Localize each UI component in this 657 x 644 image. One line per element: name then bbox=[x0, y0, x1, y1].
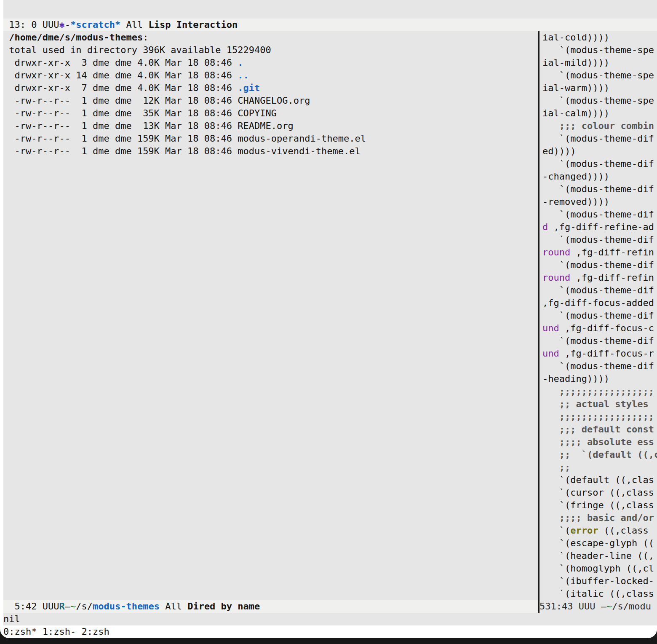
dired-line[interactable]: drwxr-xr-x 14 dme dme 4.0K Mar 18 08:46 … bbox=[3, 69, 538, 82]
code-line[interactable]: ,fg-diff-focus-added bbox=[542, 297, 657, 309]
code-line[interactable]: `(ibuffer-locked- bbox=[542, 575, 657, 588]
code-line[interactable]: `(modus-theme-dif bbox=[542, 233, 657, 246]
code-line[interactable]: ed)))) bbox=[542, 145, 657, 158]
text-segment: ,fg-diff-refin bbox=[570, 247, 654, 258]
text-segment: - bbox=[65, 19, 70, 30]
dired-line[interactable]: -rw-r--r-- 1 dme dme 13K Mar 18 08:46 RE… bbox=[3, 120, 538, 132]
text-segment: ,fg-diff-focus-added bbox=[542, 298, 654, 308]
dired-filename[interactable]: . bbox=[238, 57, 243, 68]
code-line[interactable]: d ,fg-diff-refine-ad bbox=[542, 221, 657, 233]
elisp-modeline[interactable]: 531:43 UUU —~/s/modu bbox=[539, 600, 657, 613]
text-segment: ed)))) bbox=[542, 146, 576, 156]
text-segment: ial-calm)))) bbox=[542, 108, 609, 118]
code-line[interactable]: -removed)))) bbox=[542, 196, 657, 208]
dired-line[interactable]: -rw-r--r-- 1 dme dme 35K Mar 18 08:46 CO… bbox=[3, 107, 538, 120]
dired-line[interactable]: drwxr-xr-x 7 dme dme 4.0K Mar 18 08:46 .… bbox=[3, 82, 538, 94]
dired-filename[interactable]: COPYING bbox=[238, 108, 277, 118]
code-line[interactable]: `(cursor ((,class bbox=[542, 486, 657, 499]
dired-filename[interactable]: .. bbox=[238, 70, 249, 80]
code-line[interactable]: `(modus-theme-spe bbox=[542, 44, 657, 56]
text-segment: ;;;; basic and/or bbox=[542, 513, 654, 523]
text-segment: ;;;;;;;;;;;;;;;;; bbox=[542, 386, 654, 397]
code-line[interactable]: -heading)))) bbox=[542, 373, 657, 385]
code-line[interactable]: `(fringe ((,class bbox=[542, 499, 657, 512]
code-line[interactable]: ial-cold)))) bbox=[542, 31, 657, 44]
dired-line[interactable]: -rw-r--r-- 1 dme dme 12K Mar 18 08:46 CH… bbox=[3, 94, 538, 107]
text-segment: ;;; colour combin bbox=[542, 121, 654, 131]
buffer-name[interactable]: modus-themes bbox=[93, 601, 160, 612]
dired-line[interactable]: total used in directory 396K available 1… bbox=[3, 44, 538, 56]
dired-filename[interactable]: README.org bbox=[238, 121, 293, 131]
tmux-status-bar[interactable]: 0:zsh* 1:zsh- 2:zsh bbox=[3, 625, 657, 638]
code-line[interactable]: `(modus-theme-dif bbox=[542, 284, 657, 297]
dired-line[interactable]: -rw-r--r-- 1 dme dme 159K Mar 18 08:46 m… bbox=[3, 132, 538, 145]
code-line[interactable]: ;;; default const bbox=[542, 423, 657, 436]
code-line[interactable]: `(modus-theme-dif bbox=[542, 360, 657, 373]
code-line[interactable]: ;;;;;;;;;;;;;;;;; bbox=[542, 385, 657, 398]
code-line[interactable]: `(modus-theme-spe bbox=[542, 69, 657, 82]
code-line[interactable]: `(escape-glyph (( bbox=[542, 537, 657, 550]
dired-buffer[interactable]: /home/dme/s/modus-themes: total used in … bbox=[3, 31, 538, 600]
buffer-name[interactable]: *scratch* bbox=[70, 19, 120, 30]
dired-modeline[interactable]: 5:42 UUUR—~/s/modus-themes All Dired by … bbox=[3, 600, 538, 613]
code-line[interactable]: round ,fg-diff-refin bbox=[542, 271, 657, 284]
code-line[interactable]: ial-mild)))) bbox=[542, 56, 657, 69]
elisp-buffer[interactable]: ial-cold)))) `(modus-theme-speial-mild))… bbox=[539, 31, 657, 600]
code-line[interactable]: ;;;;;;;;;;;;;;;;; bbox=[542, 411, 657, 423]
code-line[interactable]: -changed)))) bbox=[542, 170, 657, 183]
dired-line[interactable]: /home/dme/s/modus-themes: bbox=[3, 31, 538, 44]
dired-filename[interactable]: modus-operandi-theme.el bbox=[238, 133, 366, 144]
code-line[interactable]: ;;; colour combin bbox=[542, 120, 657, 132]
text-segment: ,fg-diff-refin bbox=[570, 272, 654, 283]
code-line[interactable]: und ,fg-diff-focus-c bbox=[542, 322, 657, 335]
buffer-name[interactable]: /s/modu bbox=[612, 601, 651, 612]
code-line[interactable]: ;;;; basic and/or bbox=[542, 512, 657, 524]
major-mode-name: Lisp Interaction bbox=[148, 19, 238, 30]
home-abbrev: ~ bbox=[70, 601, 76, 612]
code-line[interactable]: `(modus-theme-dif bbox=[542, 309, 657, 322]
text-segment: ,fg-diff-focus-c bbox=[559, 323, 654, 333]
code-line[interactable]: `(error ((,class bbox=[542, 524, 657, 537]
scratch-window-content[interactable] bbox=[3, 0, 657, 19]
text-segment: 5:42 UUU bbox=[3, 601, 59, 612]
dired-filename[interactable]: CHANGELOG.org bbox=[238, 95, 310, 106]
code-line[interactable]: `(modus-theme-dif bbox=[542, 183, 657, 196]
text-segment: `(modus-theme-dif bbox=[542, 335, 654, 346]
code-line[interactable]: `(modus-theme-dif bbox=[542, 132, 657, 145]
text-segment: `(modus-theme-dif bbox=[542, 234, 654, 245]
major-mode-name: Dired by name bbox=[187, 601, 260, 612]
code-line[interactable]: `(modus-theme-dif bbox=[542, 335, 657, 347]
text-segment: All bbox=[160, 601, 187, 612]
code-line[interactable]: ;; `(default ((,c bbox=[542, 448, 657, 461]
scratch-modeline[interactable]: 13: 0 UUU✱-*scratch* All Lisp Interactio… bbox=[3, 19, 657, 31]
dired-line[interactable]: drwxr-xr-x 3 dme dme 4.0K Mar 18 08:46 . bbox=[3, 56, 538, 69]
face-name-error: error bbox=[570, 525, 598, 536]
code-line[interactable]: `(italic ((,class bbox=[542, 588, 657, 600]
code-line[interactable]: `(header-line ((, bbox=[542, 550, 657, 562]
code-line[interactable]: ;; bbox=[542, 461, 657, 474]
code-line[interactable]: `(modus-theme-dif bbox=[542, 208, 657, 221]
code-line[interactable]: ial-warm)))) bbox=[542, 82, 657, 94]
text-segment: `(escape-glyph (( bbox=[542, 538, 654, 548]
code-line[interactable]: `(modus-theme-dif bbox=[542, 259, 657, 271]
text-segment: round bbox=[542, 247, 570, 258]
code-line[interactable]: und ,fg-diff-focus-r bbox=[542, 347, 657, 360]
modified-indicator: ✱ bbox=[59, 19, 64, 30]
dired-filename[interactable]: modus-vivendi-theme.el bbox=[238, 146, 360, 156]
code-line[interactable]: ;; actual styles bbox=[542, 398, 657, 411]
code-line[interactable]: `(modus-theme-dif bbox=[542, 158, 657, 170]
terminal-window: 13: 0 UUU✱-*scratch* All Lisp Interactio… bbox=[0, 0, 657, 638]
text-segment: ial-warm)))) bbox=[542, 83, 609, 93]
dired-line[interactable]: -rw-r--r-- 1 dme dme 159K Mar 18 08:46 m… bbox=[3, 145, 538, 158]
text-segment: und bbox=[542, 323, 559, 333]
dired-filename[interactable]: .git bbox=[238, 83, 260, 93]
code-line[interactable]: ;;;; absolute ess bbox=[542, 436, 657, 448]
text-segment: `(modus-theme-dif bbox=[542, 310, 654, 321]
code-line[interactable]: `(homoglyph ((,cl bbox=[542, 562, 657, 575]
code-line[interactable]: `(modus-theme-spe bbox=[542, 94, 657, 107]
code-line[interactable]: ial-calm)))) bbox=[542, 107, 657, 120]
code-line[interactable]: `(default ((,clas bbox=[542, 474, 657, 486]
text-segment: ial-mild)))) bbox=[542, 57, 609, 68]
code-line[interactable]: round ,fg-diff-refin bbox=[542, 246, 657, 259]
text-segment: `(modus-theme-dif bbox=[542, 361, 654, 371]
